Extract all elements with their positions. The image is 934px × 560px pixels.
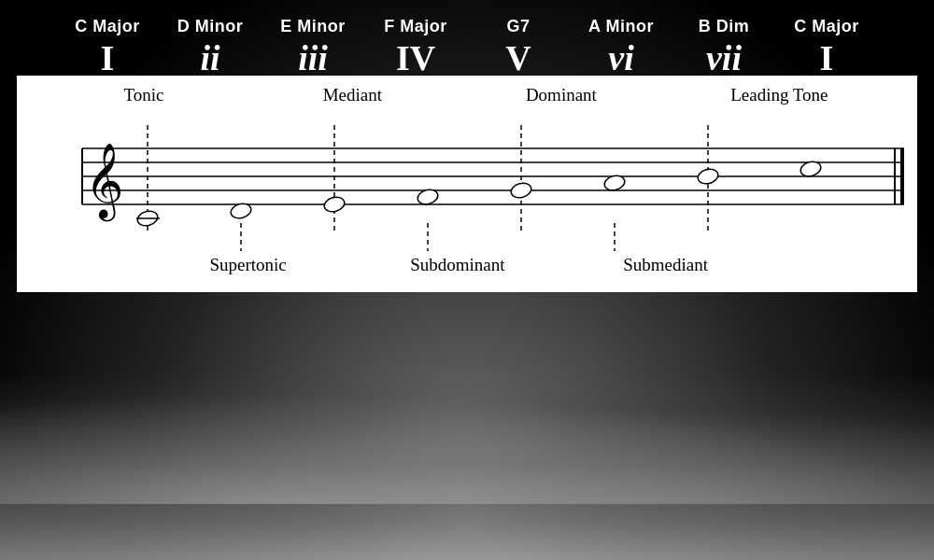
smoke-effect-mid (0, 392, 934, 504)
numeral-4: IV (396, 40, 435, 76)
svg-text:𝄞: 𝄞 (85, 144, 123, 222)
chord-col-7: B Dim vii (672, 17, 775, 76)
label-bottom-empty2 (305, 255, 399, 275)
chord-name-3: E Minor (280, 17, 346, 36)
svg-point-18 (509, 181, 532, 200)
label-supertonic: Supertonic (202, 255, 295, 275)
chord-name-1: C Major (75, 17, 140, 36)
numeral-6: vi (608, 40, 633, 76)
chord-name-7: B Dim (699, 17, 750, 36)
chord-col-2: D Minor ii (159, 17, 262, 76)
chord-name-5: G7 (506, 17, 530, 36)
label-empty4 (846, 85, 902, 105)
chord-col-6: A Minor vi (570, 17, 672, 76)
label-submediant: Submediant (619, 255, 713, 275)
chord-name-4: F Major (384, 17, 447, 36)
chord-name-6: A Minor (588, 17, 654, 36)
label-leading-tone: Leading Tone (723, 85, 835, 105)
staff-container: Tonic Mediant Dominant Leading Tone (17, 76, 917, 292)
label-mediant: Mediant (305, 85, 399, 105)
label-bottom-empty3 (515, 255, 608, 275)
staff-svg-area: 𝄞 (17, 111, 917, 264)
chord-col-1: C Major I (56, 17, 159, 76)
chord-col-4: F Major IV (364, 17, 467, 76)
label-subdominant: Subdominant (410, 255, 503, 275)
numeral-5: V (505, 40, 531, 76)
label-bottom-empty4 (723, 255, 835, 275)
svg-point-16 (322, 195, 346, 214)
numeral-2: ii (200, 40, 219, 76)
label-empty3 (619, 85, 713, 105)
chord-col-5: G7 V (467, 17, 570, 76)
chord-col-3: E Minor iii (262, 17, 364, 76)
label-bottom-empty5 (846, 255, 902, 275)
label-dominant: Dominant (515, 85, 608, 105)
numeral-3: iii (298, 40, 328, 76)
label-empty2 (410, 85, 503, 105)
numeral-7: vii (706, 40, 742, 76)
numeral-8: I (820, 40, 834, 76)
chord-name-2: D Minor (177, 17, 244, 36)
svg-point-20 (696, 167, 719, 186)
label-tonic: Tonic (97, 85, 191, 105)
numeral-1: I (101, 40, 115, 76)
chord-col-8: C Major I (775, 17, 878, 76)
chord-name-8: C Major (794, 17, 859, 36)
label-empty1 (202, 85, 295, 105)
label-bottom-empty1 (97, 255, 191, 275)
chord-header: C Major I D Minor ii E Minor iii F Major… (0, 0, 934, 76)
